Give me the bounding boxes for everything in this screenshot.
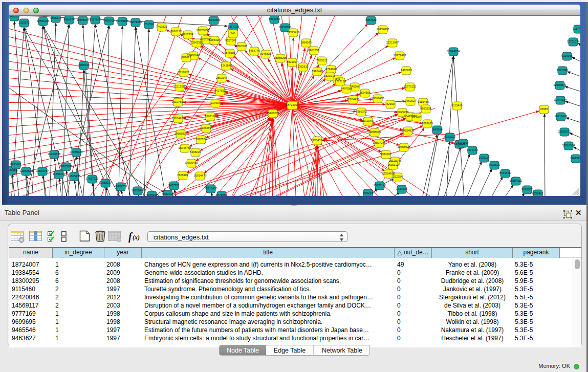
svg-text:20691406: 20691406: [37, 19, 50, 23]
svg-text:7632621: 7632621: [489, 163, 500, 166]
svg-text:9527508: 9527508: [225, 39, 236, 42]
svg-text:9242845: 9242845: [221, 64, 232, 67]
svg-text:2867608: 2867608: [236, 45, 247, 48]
svg-text:9245012: 9245012: [146, 193, 158, 196]
svg-text:11451194: 11451194: [53, 172, 65, 176]
svg-text:10025458: 10025458: [396, 111, 409, 114]
svg-text:1621072: 1621072: [324, 74, 335, 77]
svg-text:9115460: 9115460: [451, 104, 462, 107]
svg-text:9402216: 9402216: [162, 192, 173, 195]
svg-text:18807249: 18807249: [373, 141, 386, 144]
svg-text:90975887: 90975887: [60, 165, 73, 168]
svg-text:16914479: 16914479: [194, 174, 207, 177]
svg-text:12923486: 12923486: [132, 189, 144, 192]
svg-text:2087682: 2087682: [365, 18, 377, 21]
svg-text:13325419: 13325419: [287, 31, 300, 34]
svg-text:12213382: 12213382: [173, 85, 186, 88]
svg-text:8427552: 8427552: [214, 89, 226, 92]
svg-text:10543382: 10543382: [190, 41, 203, 44]
svg-text:17359924: 17359924: [70, 150, 83, 154]
svg-text:2035572: 2035572: [18, 21, 30, 24]
svg-text:12093872: 12093872: [554, 83, 567, 86]
svg-text:989012: 989012: [182, 56, 191, 59]
svg-text:2718120: 2718120: [178, 71, 189, 74]
svg-text:6961758: 6961758: [308, 49, 319, 52]
svg-text:7485083: 7485083: [401, 69, 412, 72]
svg-text:9777169: 9777169: [335, 80, 346, 83]
svg-text:1167533: 1167533: [570, 157, 580, 160]
svg-text:1615132: 1615132: [387, 163, 399, 166]
svg-text:8790462: 8790462: [532, 192, 543, 195]
svg-text:6497568: 6497568: [341, 87, 352, 90]
svg-text:9953254: 9953254: [420, 107, 431, 110]
svg-text:8660123: 8660123: [170, 30, 182, 33]
svg-text:1864093: 1864093: [300, 41, 312, 44]
svg-text:19654925: 19654925: [172, 117, 185, 120]
svg-text:9457791: 9457791: [168, 184, 180, 187]
svg-text:3824554: 3824554: [359, 91, 371, 94]
svg-text:62160: 62160: [386, 102, 395, 105]
svg-text:6466160: 6466160: [103, 19, 115, 22]
svg-text:19384554: 19384554: [311, 139, 324, 142]
svg-text:18226058: 18226058: [197, 29, 209, 32]
svg-text:7839154: 7839154: [9, 168, 17, 171]
svg-text:1117405: 1117405: [573, 27, 580, 30]
svg-text:5498222: 5498222: [190, 150, 201, 154]
svg-text:7357224: 7357224: [228, 25, 239, 28]
svg-text:8990443: 8990443: [312, 70, 323, 73]
svg-text:2803144: 2803144: [216, 76, 227, 79]
svg-text:9463627: 9463627: [405, 99, 416, 102]
svg-text:3875685: 3875685: [224, 51, 235, 54]
svg-text:9146821: 9146821: [260, 52, 271, 55]
svg-text:16210643: 16210643: [555, 115, 568, 118]
svg-text:15720407: 15720407: [362, 119, 375, 122]
svg-text:9474444: 9474444: [467, 148, 478, 151]
svg-text:1808214: 1808214: [50, 16, 61, 19]
svg-text:10958107: 10958107: [99, 181, 112, 184]
svg-text:16671355: 16671355: [129, 20, 142, 24]
svg-text:10973493: 10973493: [394, 54, 406, 57]
svg-text:9806574: 9806574: [63, 18, 75, 21]
svg-text:1362615: 1362615: [297, 65, 309, 68]
svg-text:10688609: 10688609: [368, 130, 381, 134]
svg-text:1527602: 1527602: [90, 18, 101, 21]
svg-text:8813054: 8813054: [269, 17, 280, 20]
svg-text:20364436: 20364436: [347, 98, 360, 101]
svg-text:19166827: 19166827: [175, 132, 187, 135]
svg-text:9899695: 9899695: [422, 122, 433, 125]
svg-text:16120746: 16120746: [389, 159, 402, 162]
svg-text:2935114: 2935114: [478, 156, 489, 159]
svg-text:9084067: 9084067: [380, 152, 391, 156]
svg-text:12975115: 12975115: [404, 85, 416, 88]
svg-text:15716485: 15716485: [205, 187, 217, 190]
svg-text:964204: 964204: [412, 115, 422, 118]
svg-text:5933923: 5933923: [444, 135, 455, 138]
svg-text:8471676: 8471676: [499, 171, 511, 174]
svg-text:917004: 917004: [211, 101, 221, 104]
svg-text:9245052: 9245052: [521, 188, 533, 191]
svg-text:7463822: 7463822: [156, 25, 167, 28]
svg-text:8472553: 8472553: [216, 193, 227, 196]
svg-text:19218506: 19218506: [279, 26, 292, 29]
svg-text:16782759: 16782759: [115, 185, 127, 188]
svg-text:15692971: 15692971: [558, 130, 571, 133]
svg-text:1640954: 1640954: [431, 128, 443, 131]
svg-text:979214: 979214: [363, 191, 373, 194]
svg-text:16107554: 16107554: [172, 100, 185, 103]
svg-text:8267110: 8267110: [205, 115, 215, 118]
svg-text:15955: 15955: [540, 107, 548, 111]
svg-text:7625402: 7625402: [177, 173, 188, 177]
svg-text:12353594: 12353594: [200, 126, 213, 129]
svg-text:17016504: 17016504: [562, 144, 575, 147]
svg-text:10655267: 10655267: [77, 18, 90, 21]
svg-text:8912954: 8912954: [182, 33, 193, 36]
svg-text:12505135: 12505135: [68, 174, 81, 178]
svg-text:20206536: 20206536: [48, 152, 61, 156]
svg-text:15136141: 15136141: [374, 184, 386, 187]
svg-text:9115460: 9115460: [418, 100, 428, 103]
svg-text:8435061: 8435061: [10, 163, 21, 166]
svg-text:5878354: 5878354: [195, 138, 207, 141]
svg-text:19654923: 19654923: [402, 129, 415, 132]
svg-text:546: 546: [230, 32, 235, 35]
svg-text:15300275: 15300275: [267, 112, 279, 115]
